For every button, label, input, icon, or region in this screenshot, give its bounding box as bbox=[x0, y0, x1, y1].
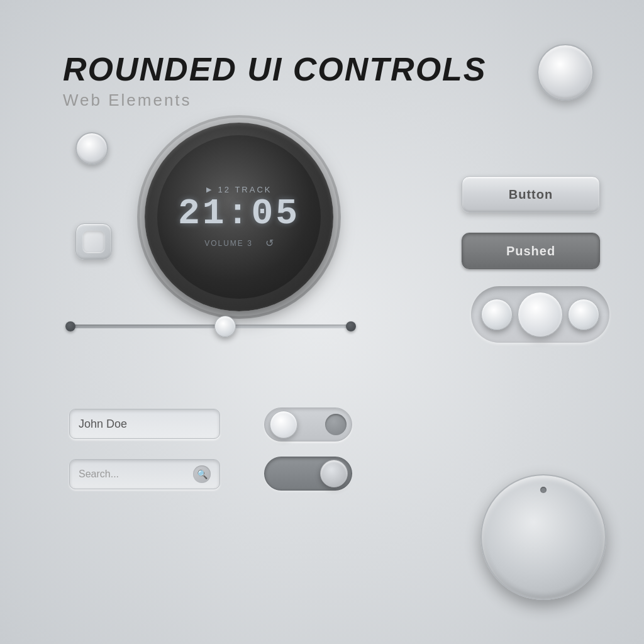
main-title: ROUNDED UI CONTROLS bbox=[63, 50, 487, 88]
pushed-button-label: Pushed bbox=[506, 244, 555, 258]
search-icon[interactable]: 🔍 bbox=[193, 465, 211, 483]
text-input-value: John Doe bbox=[79, 418, 127, 431]
three-toggle-left-ball[interactable] bbox=[481, 299, 513, 330]
search-icon-glyph: 🔍 bbox=[197, 469, 208, 479]
pushed-button[interactable]: Pushed bbox=[462, 233, 600, 269]
slider-track bbox=[69, 325, 352, 328]
toggle-switch-on[interactable] bbox=[264, 408, 352, 441]
small-circle-button[interactable] bbox=[75, 132, 108, 165]
search-placeholder: Search... bbox=[79, 469, 188, 480]
toggle-knob-off bbox=[320, 460, 348, 487]
large-knob-outer bbox=[480, 474, 606, 600]
toggle-switch-off[interactable] bbox=[264, 457, 352, 491]
three-toggle-background bbox=[471, 286, 609, 343]
dial-bottom-info: VOLUME 3 ↺ bbox=[204, 237, 274, 249]
text-input[interactable]: John Doe bbox=[69, 409, 220, 439]
square-toggle-inner bbox=[83, 231, 104, 252]
slider-dot-left bbox=[65, 321, 75, 331]
large-knob-indicator-dot bbox=[540, 487, 547, 493]
title-area: ROUNDED UI CONTROLS Web Elements bbox=[63, 50, 487, 110]
large-dial[interactable]: ▶ 12 TRACK 21:05 VOLUME 3 ↺ bbox=[145, 123, 333, 311]
top-right-circle-button[interactable] bbox=[537, 44, 594, 101]
sub-title: Web Elements bbox=[63, 91, 487, 110]
slider-area bbox=[69, 314, 352, 328]
background: ROUNDED UI CONTROLS Web Elements ▶ 12 TR… bbox=[0, 0, 644, 644]
three-toggle-group[interactable] bbox=[471, 286, 609, 343]
dial-outer: ▶ 12 TRACK 21:05 VOLUME 3 ↺ bbox=[145, 123, 333, 311]
three-toggle-right-ball[interactable] bbox=[568, 299, 599, 330]
dial-inner: ▶ 12 TRACK 21:05 VOLUME 3 ↺ bbox=[157, 135, 321, 299]
normal-button[interactable]: Button bbox=[462, 176, 600, 213]
slider-dot-right bbox=[346, 321, 356, 331]
refresh-icon: ↺ bbox=[265, 237, 274, 249]
toggle-indicator-right bbox=[325, 414, 347, 435]
large-knob[interactable] bbox=[480, 474, 606, 600]
dial-time: 21:05 bbox=[178, 196, 300, 232]
three-toggle-center-ball[interactable] bbox=[518, 292, 563, 337]
search-input[interactable]: Search... 🔍 bbox=[69, 459, 220, 489]
toggle-knob-on bbox=[270, 411, 297, 438]
dial-volume-label: VOLUME 3 bbox=[204, 239, 253, 248]
slider-handle[interactable] bbox=[214, 316, 236, 337]
square-toggle-button[interactable] bbox=[75, 223, 112, 260]
normal-button-label: Button bbox=[509, 187, 553, 202]
